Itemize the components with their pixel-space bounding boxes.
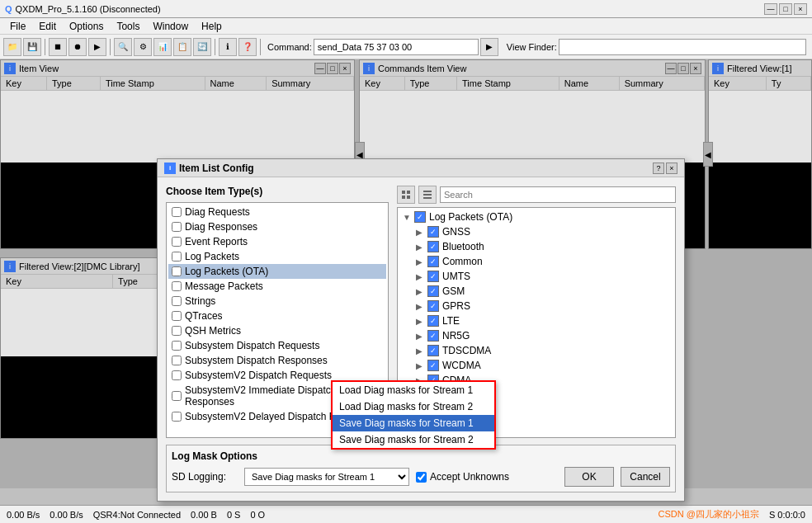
child-label-8: TDSCDMA — [442, 345, 491, 356]
title-bar-left: Q QXDM_Pro_5.1.160 (Disconnected) — [5, 4, 161, 14]
child-label-5: GPRS — [442, 300, 470, 312]
toolbar-btn-1[interactable]: 📁 — [3, 38, 21, 56]
dropdown-item-2[interactable]: Save Diag masks for Stream 1 — [333, 415, 494, 431]
svg-rect-2 — [402, 196, 405, 199]
tree-btn-1[interactable] — [397, 186, 415, 204]
child-expand-4: ▶ — [416, 287, 426, 296]
viewfinder-input[interactable] — [559, 39, 806, 55]
toolbar-btn-6[interactable]: 🔍 — [114, 38, 132, 56]
close-btn[interactable]: × — [794, 3, 807, 15]
child-checkbox-5[interactable]: ✓ — [427, 300, 439, 312]
root-checkbox[interactable]: ✓ — [414, 211, 426, 223]
toolbar-btn-12[interactable]: ❓ — [238, 38, 257, 56]
status-text-4: 0 S — [227, 510, 241, 520]
child-checkbox-3[interactable]: ✓ — [427, 271, 439, 282]
menu-edit[interactable]: Edit — [32, 19, 63, 34]
dialog-help-btn[interactable]: ? — [653, 163, 664, 174]
sd-logging-label: SD Logging: — [172, 471, 238, 483]
tree-child-7[interactable]: ▶ ✓ NR5G — [399, 328, 673, 343]
child-label-6: LTE — [442, 315, 460, 327]
menu-bar: File Edit Options Tools Window Help — [0, 18, 812, 35]
svg-rect-3 — [407, 196, 410, 199]
toolbar-btn-4[interactable]: ⏺ — [68, 38, 87, 56]
child-expand-0: ▶ — [416, 228, 426, 237]
ok-button[interactable]: OK — [564, 467, 614, 487]
dialog-title-bar: i Item List Config ? × — [158, 159, 684, 177]
checkbox-item-8[interactable]: QSH Metrics — [168, 323, 386, 338]
minimize-btn[interactable]: — — [764, 3, 777, 15]
checkbox-item-5[interactable]: Message Packets — [168, 279, 386, 294]
status-item-4: 0 S — [227, 510, 241, 520]
tree-child-5[interactable]: ▶ ✓ GPRS — [399, 299, 673, 313]
checkbox-item-9[interactable]: Subsystem Dispatch Requests — [168, 338, 386, 353]
toolbar-sep-2 — [110, 39, 111, 55]
dropdown-item-1[interactable]: Load Diag masks for Stream 2 — [333, 398, 494, 415]
svg-rect-0 — [402, 191, 405, 194]
cancel-button[interactable]: Cancel — [621, 467, 670, 487]
toolbar-btn-8[interactable]: 📊 — [153, 38, 172, 56]
child-checkbox-8[interactable]: ✓ — [427, 345, 439, 356]
status-text-3: 0.00 B — [191, 510, 217, 520]
command-send-btn[interactable]: ▶ — [480, 38, 498, 56]
toolbar-btn-2[interactable]: 💾 — [23, 38, 41, 56]
tree-child-3[interactable]: ▶ ✓ UMTS — [399, 269, 673, 284]
tree-child-6[interactable]: ▶ ✓ LTE — [399, 313, 673, 328]
checkbox-item-3[interactable]: Log Packets — [168, 249, 386, 264]
maximize-btn[interactable]: □ — [779, 3, 792, 15]
dropdown-popup[interactable]: Load Diag masks for Stream 1Load Diag ma… — [331, 380, 496, 450]
toolbar-btn-5[interactable]: ▶ — [88, 38, 106, 56]
menu-window[interactable]: Window — [146, 19, 195, 34]
toolbar-btn-7[interactable]: ⚙ — [134, 38, 152, 56]
title-controls: — □ × — [764, 3, 807, 15]
app-icon: Q — [5, 4, 12, 14]
child-expand-9: ▶ — [416, 361, 426, 370]
title-bar: Q QXDM_Pro_5.1.160 (Disconnected) — □ × — [0, 0, 812, 18]
child-label-0: GNSS — [442, 226, 470, 238]
tree-root[interactable]: ▼ ✓ Log Packets (OTA) — [399, 210, 673, 224]
tree-child-8[interactable]: ▶ ✓ TDSCDMA — [399, 343, 673, 358]
child-expand-5: ▶ — [416, 302, 426, 311]
checkbox-item-2[interactable]: Event Reports — [168, 234, 386, 249]
tree-btn-2[interactable] — [418, 186, 437, 204]
status-text-2: QSR4:Not Connected — [93, 510, 181, 520]
child-expand-6: ▶ — [416, 317, 426, 326]
menu-tools[interactable]: Tools — [110, 19, 146, 34]
child-checkbox-1[interactable]: ✓ — [427, 241, 439, 252]
tree-child-4[interactable]: ▶ ✓ GSM — [399, 284, 673, 299]
tree-toolbar — [397, 186, 676, 204]
child-checkbox-7[interactable]: ✓ — [427, 330, 439, 342]
dropdown-item-0[interactable]: Load Diag masks for Stream 1 — [333, 382, 494, 398]
accept-unknowns-checkbox[interactable] — [416, 472, 427, 483]
tree-child-2[interactable]: ▶ ✓ Common — [399, 254, 673, 269]
child-checkbox-2[interactable]: ✓ — [427, 256, 439, 267]
sd-logging-select[interactable]: Load Diag masks for Stream 1Load Diag ma… — [244, 468, 409, 486]
checkbox-item-7[interactable]: QTraces — [168, 309, 386, 323]
child-checkbox-6[interactable]: ✓ — [427, 315, 439, 327]
item-list-config-dialog: i Item List Config ? × Choose Item Type(… — [157, 158, 685, 502]
app-title: QXDM_Pro_5.1.160 (Disconnected) — [16, 4, 161, 14]
item-types-label: Choose Item Type(s) — [166, 186, 389, 197]
child-checkbox-0[interactable]: ✓ — [427, 226, 439, 238]
tree-child-1[interactable]: ▶ ✓ Bluetooth — [399, 239, 673, 254]
checkbox-item-0[interactable]: Diag Requests — [168, 205, 386, 219]
menu-file[interactable]: File — [3, 19, 32, 34]
toolbar-btn-9[interactable]: 📋 — [173, 38, 191, 56]
log-mask-title: Log Mask Options — [172, 450, 670, 462]
dropdown-item-3[interactable]: Save Diag masks for Stream 2 — [333, 431, 494, 448]
checkbox-item-6[interactable]: Strings — [168, 294, 386, 309]
command-input[interactable] — [314, 39, 479, 55]
toolbar-btn-11[interactable]: ℹ — [219, 38, 237, 56]
checkbox-item-1[interactable]: Diag Responses — [168, 219, 386, 234]
menu-options[interactable]: Options — [63, 19, 110, 34]
tree-child-9[interactable]: ▶ ✓ WCDMA — [399, 358, 673, 373]
toolbar-btn-3[interactable]: ⏹ — [49, 38, 67, 56]
tree-child-0[interactable]: ▶ ✓ GNSS — [399, 224, 673, 239]
toolbar-btn-10[interactable]: 🔄 — [193, 38, 211, 56]
menu-help[interactable]: Help — [195, 19, 229, 34]
checkbox-item-4[interactable]: Log Packets (OTA) — [168, 264, 386, 279]
child-checkbox-9[interactable]: ✓ — [427, 360, 439, 371]
checkbox-item-10[interactable]: Subsystem Dispatch Responses — [168, 353, 386, 368]
dialog-close-btn[interactable]: × — [666, 163, 677, 174]
child-checkbox-4[interactable]: ✓ — [427, 285, 439, 297]
tree-search-input[interactable] — [440, 186, 676, 203]
